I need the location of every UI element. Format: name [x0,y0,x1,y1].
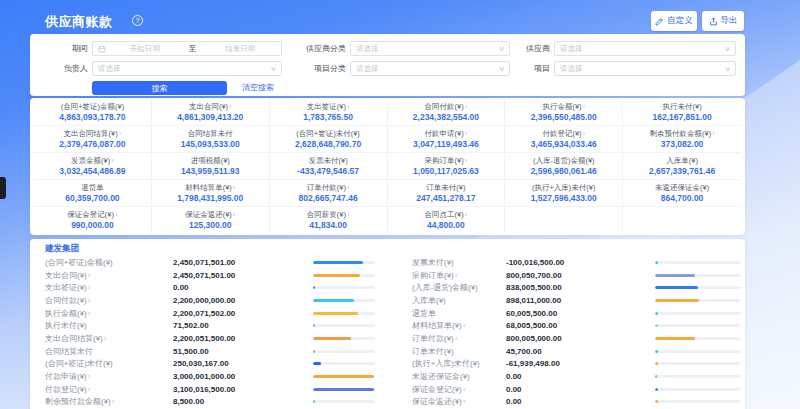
row-label[interactable]: 材料结算单(¥)› [412,320,506,331]
customize-button[interactable]: 自定义 [651,11,697,31]
metric-cell[interactable]: 支出合同结算(¥)› 2,379,476,087.00 [34,126,152,153]
metric-label: 入库单(¥)› [666,156,698,166]
chevron-right-icon: › [115,210,118,219]
row-label[interactable]: 付款登记(¥)› [45,384,173,395]
metric-value: 44,800.00 [427,220,465,231]
row-bar-fill [313,375,374,378]
owner-select[interactable]: 请选择 ∨ [92,61,282,76]
metric-row: 未返还保证金(¥)› 0.00 [412,370,740,383]
row-label[interactable]: 支出合同结算(¥)› [45,333,173,344]
supplier-select[interactable]: 请选择 ∨ [554,41,736,56]
end-date-placeholder: 结束日期 [204,44,276,54]
metric-label: 退货单› [81,183,104,193]
metric-value: 2,379,476,087.00 [59,139,125,150]
metric-cell: 执行未付(¥)› 162,167,851.00 [623,99,741,126]
metric-label: 订单付款(¥)› [307,183,350,193]
metric-cell[interactable]: 保证金返还(¥)› 125,300.00 [152,207,270,234]
row-label[interactable]: 支出合同(¥)› [45,270,173,281]
metric-cell[interactable]: 材料结算单(¥)› 1,798,431,995.00 [152,180,270,207]
chevron-down-icon: ∨ [270,65,277,73]
metric-cell: (入库-退货)金额(¥)› 2,596,980,061.46 [505,153,623,180]
row-bar-track [655,337,740,340]
row-value: 898,011,000.00 [506,296,655,305]
calendar-icon [98,45,106,53]
export-button[interactable]: 导出 [702,11,744,31]
row-value: 60,005,500.00 [506,309,655,318]
metric-value: 990,000.00 [71,220,114,231]
metric-label: 发票未付(¥)› [308,156,347,166]
row-bar-track [655,350,740,353]
row-label: (执行+入库)未付(¥)› [412,358,506,369]
row-label[interactable]: 执行金额(¥)› [45,308,173,319]
metric-label: 发票金额(¥)› [71,156,114,166]
metric-row: (执行+入库)未付(¥)› -61,939,498.00 [412,358,740,371]
metric-row: (合同+签证)未付(¥)› 250,030,167.00 [45,358,375,371]
metric-row: 入库单(¥)› 898,011,000.00 [412,294,740,307]
metric-label: 执行金额(¥)› [542,102,585,112]
project-category-select[interactable]: 请选择 ∨ [350,61,510,76]
row-label[interactable]: 剩余预付款金额(¥)› [45,396,173,407]
row-bar-fill [655,312,658,315]
metric-cell[interactable]: 合同付款(¥)› 2,234,382,554.00 [388,99,506,126]
supplier-group-title[interactable]: 建发集团 [45,243,79,255]
row-label[interactable]: 采购订单(¥)› [412,270,506,281]
chevron-right-icon: › [455,271,458,280]
sidebar-collapse-handle[interactable] [0,177,6,199]
metric-row: 保证金登记(¥)› 0.00 [412,383,740,396]
metric-row: 支出签证(¥)› 0.00 [45,281,375,294]
row-label[interactable]: 订单付款(¥)› [412,333,506,344]
metric-cell[interactable]: 支出合同(¥)› 4,861,309,413.20 [152,99,270,126]
customize-label: 自定义 [667,15,693,27]
chevron-right-icon: › [233,210,236,219]
metric-cell[interactable]: 付款申请(¥)› 3,047,119,493.46 [388,126,506,153]
supplier-label: 供应商 [500,41,550,56]
clear-search-link[interactable]: 清空搜索 [242,81,274,95]
metric-row: 执行未付(¥)› 71,502.00 [45,319,375,332]
metric-cell[interactable]: 执行金额(¥)› 2,396,550,485.00 [505,99,623,126]
chevron-right-icon: › [465,156,468,165]
metric-row: 采购订单(¥)› 800,050,700.00 [412,269,740,282]
metric-cell[interactable]: 采购订单(¥)› 1,050,117,025.63 [388,153,506,180]
row-bar-track [655,388,740,391]
edit-icon [655,17,664,26]
metric-value: 2,234,382,554.00 [413,112,479,123]
metric-cell[interactable]: 保证金登记(¥)› 990,000.00 [34,207,152,234]
row-value: 0.00 [173,283,313,292]
row-value: 2,450,071,501.00 [173,271,313,280]
metric-cell: (合同+签证)金额(¥)› 4,863,093,178.70 [34,99,152,126]
row-label[interactable]: 支出签证(¥)› [45,282,173,293]
project-select[interactable]: 请选择 ∨ [554,61,736,76]
metric-row: 材料结算单(¥)› 68,005,500.00 [412,319,740,332]
page-title: 供应商账款 [45,13,113,31]
metric-cell: 发票未付(¥)› -433,479,546.57 [270,153,388,180]
metric-cell[interactable]: 支出签证(¥)› 1,783,765.50 [270,99,388,126]
row-label[interactable]: 付款申请(¥)› [45,371,173,382]
chevron-right-icon: › [465,102,468,111]
metric-value: 1,050,117,025.63 [413,166,479,177]
metric-cell[interactable]: 发票金额(¥)› 3,032,454,486.89 [34,153,152,180]
row-label[interactable]: 保证金返还(¥)› [412,396,506,407]
row-label[interactable]: 合同付款(¥)› [45,295,173,306]
metric-row: 剩余预付款金额(¥)› 8,500.00 [45,396,375,409]
metric-value: 143,959,511.93 [181,166,240,177]
row-bar-track [655,324,740,327]
metric-label: (入库-退货)金额(¥)› [533,156,595,166]
metric-cell[interactable]: 订单付款(¥)› 802,665,747.46 [270,180,388,207]
row-bar-track [655,299,740,302]
metric-row: 合同结算未付› 51,500.00 [45,345,375,358]
row-value: 800,005,000.00 [506,334,655,343]
metric-cell[interactable]: 合同点工(¥)› 44,800.00 [388,207,506,234]
help-icon[interactable]: ? [132,15,143,26]
metric-cell[interactable]: 剩余预付款金额(¥)› 373,082.00 [623,126,741,153]
metric-value: 145,093,533.00 [181,139,240,150]
chevron-right-icon: › [119,129,122,138]
metric-cell[interactable]: 合同薪资(¥)› 41,834.00 [270,207,388,234]
row-bar-fill [655,388,658,391]
chevron-right-icon: › [583,129,586,138]
search-button[interactable]: 搜索 [92,81,227,95]
metric-label: 合同结算未付› [188,129,233,139]
metric-cell[interactable]: 付款登记(¥)› 3,465,934,033.46 [505,126,623,153]
date-range-input[interactable]: 开始日期 至 结束日期 [92,41,282,56]
supplier-category-select[interactable]: 请选择 ∨ [350,41,510,56]
row-label[interactable]: 保证金登记(¥)› [412,384,506,395]
